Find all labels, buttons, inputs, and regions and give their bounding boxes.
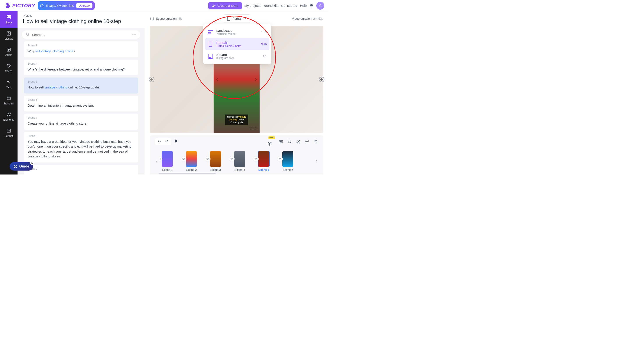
timeline-scrollbar[interactable] <box>158 173 216 174</box>
layer-icon[interactable] <box>160 156 162 162</box>
upgrade-button[interactable]: Upgrade <box>76 3 92 8</box>
caption-overlay: How to sell vintage clothing online:10-s… <box>225 114 248 125</box>
layer-icon[interactable] <box>229 156 234 162</box>
video-duration-value: 2m 53s <box>313 17 323 20</box>
scenes-list[interactable]: Scene 3 Why sell vintage clothing online… <box>18 41 144 174</box>
svg-rect-30 <box>208 32 211 33</box>
bell-icon[interactable] <box>309 3 314 8</box>
redo-button[interactable] <box>165 139 169 144</box>
trash-icon[interactable] <box>314 139 318 144</box>
square-icon <box>208 54 213 59</box>
scene-card[interactable]: Scene 6 Determine an inventory managemen… <box>24 96 138 112</box>
create-team-label: Create a team <box>218 4 238 7</box>
scene-duration-value: 5s <box>179 17 182 20</box>
rail-story[interactable]: Story <box>0 11 18 27</box>
svg-text:CC: CC <box>280 141 282 143</box>
undo-button[interactable] <box>157 139 162 144</box>
timeline-prev[interactable]: ‹ <box>155 159 158 163</box>
nav-get-started[interactable]: Get started <box>281 4 297 7</box>
next-frame-icon[interactable] <box>253 77 258 82</box>
guide-button[interactable]: Guide 5 <box>10 162 33 171</box>
timeline-thumb[interactable] <box>258 151 269 167</box>
timeline-thumb[interactable] <box>282 151 293 167</box>
svg-point-17 <box>8 32 8 33</box>
timeline-label: Scene 3 <box>210 168 221 171</box>
format-dropdown[interactable]: Portrait LandscapeYouTube, Vimeo 16:9 Po… <box>224 14 250 23</box>
svg-line-26 <box>28 35 29 36</box>
avatar[interactable]: A <box>316 2 324 10</box>
timeline-next[interactable]: ▸› <box>315 160 318 163</box>
search-input[interactable] <box>32 33 136 36</box>
add-scene-after-button[interactable] <box>318 76 325 82</box>
scenes-column: Project How to sell vintage clothing onl… <box>18 11 144 174</box>
layer-icon[interactable] <box>181 156 186 162</box>
scene-card[interactable]: Scene 9 <box>24 165 138 175</box>
svg-point-22 <box>7 113 8 114</box>
play-button[interactable] <box>174 139 179 145</box>
timeline-item[interactable]: Scene 2 <box>186 151 197 171</box>
guide-label: Guide <box>19 164 29 168</box>
prev-frame-icon[interactable] <box>215 77 220 82</box>
timeline-thumb[interactable] <box>210 151 221 167</box>
search-box[interactable] <box>22 30 140 39</box>
timeline-thumb[interactable] <box>186 151 197 167</box>
scene-card[interactable]: Scene 3 Why sell vintage clothing online… <box>24 41 138 57</box>
tool-row: NEW CC <box>150 135 323 148</box>
create-team-button[interactable]: Create a team <box>208 2 242 9</box>
brand-text: PICTORY <box>12 3 35 8</box>
svg-text:T: T <box>9 81 10 84</box>
nav-my-projects[interactable]: My projects <box>244 4 261 7</box>
nav-help[interactable]: Help <box>300 4 307 7</box>
svg-rect-12 <box>7 15 8 17</box>
guide-icon <box>14 164 18 168</box>
rail-text[interactable]: TTText <box>0 76 18 92</box>
timeline: ‹ Scene 1Scene 2Scene 3Scene 4Scene 5Sce… <box>150 148 323 174</box>
format-option-square[interactable]: SquareInstagram post 1:1 <box>205 50 270 62</box>
trial-text: 5 days, 3 videos left. <box>46 4 74 7</box>
svg-rect-31 <box>209 42 212 47</box>
scene-card[interactable]: Scene 7 Create your online vintage cloth… <box>24 114 138 130</box>
cut-icon[interactable] <box>296 139 300 144</box>
mic-icon[interactable] <box>288 139 292 144</box>
header: PICTORY 5 days, 3 videos left. Upgrade C… <box>0 0 328 11</box>
landscape-icon <box>208 30 213 34</box>
team-icon <box>212 4 216 8</box>
timeline-label: Scene 5 <box>258 168 269 171</box>
svg-rect-33 <box>209 57 211 58</box>
layers-icon[interactable] <box>268 141 272 146</box>
format-option-portrait[interactable]: PortraitTikTok, Reels, Shorts 9:16 <box>205 38 270 50</box>
rail-branding[interactable]: Branding <box>0 92 18 109</box>
svg-rect-42 <box>289 140 290 142</box>
timeline-item[interactable]: Scene 6 <box>282 151 293 171</box>
timeline-thumb[interactable] <box>234 151 245 167</box>
scene-card[interactable]: Scene 4 What's the difference between vi… <box>24 59 138 75</box>
layer-icon[interactable] <box>277 156 283 162</box>
rail-elements[interactable]: Elements <box>0 109 18 125</box>
expand-icon[interactable] <box>132 33 136 36</box>
timeline-item[interactable]: Scene 3 <box>210 151 221 171</box>
timeline-item[interactable]: Scene 4 <box>234 151 245 171</box>
rail-audio[interactable]: Audio <box>0 44 18 60</box>
rail-format[interactable]: Format <box>0 125 18 141</box>
timeline-thumb[interactable] <box>162 151 173 167</box>
scene-card-selected[interactable]: Scene 5 How to sell vintage clothing onl… <box>24 77 138 93</box>
portrait-icon <box>209 42 212 47</box>
timeline-item[interactable]: Scene 1 <box>162 151 173 171</box>
gear-icon[interactable] <box>305 139 309 144</box>
video-duration-label: Video duration: <box>292 17 312 20</box>
logo[interactable]: PICTORY <box>4 2 35 9</box>
rail-visuals[interactable]: Visuals <box>0 27 18 44</box>
scene-card[interactable]: Scene 8 You may have a great idea for yo… <box>24 132 138 162</box>
duration-bar: Scene duration: 5s Portrait LandscapeYou… <box>144 11 328 26</box>
layer-icon[interactable] <box>205 156 210 162</box>
svg-rect-28 <box>227 17 230 20</box>
preview-column: Scene duration: 5s Portrait LandscapeYou… <box>144 11 328 174</box>
nav-brand-kits[interactable]: Brand kits <box>264 4 278 7</box>
cc-icon[interactable]: CC <box>279 139 283 144</box>
timeline-item[interactable]: Scene 5 <box>258 151 269 171</box>
format-option-landscape[interactable]: LandscapeYouTube, Vimeo 16:9 <box>205 26 270 38</box>
timeline-label: Scene 2 <box>186 168 197 171</box>
timeline-scroll[interactable]: Scene 1Scene 2Scene 3Scene 4Scene 5Scene… <box>160 151 313 171</box>
layer-icon[interactable] <box>253 156 259 162</box>
rail-styles[interactable]: Styles <box>0 60 18 76</box>
